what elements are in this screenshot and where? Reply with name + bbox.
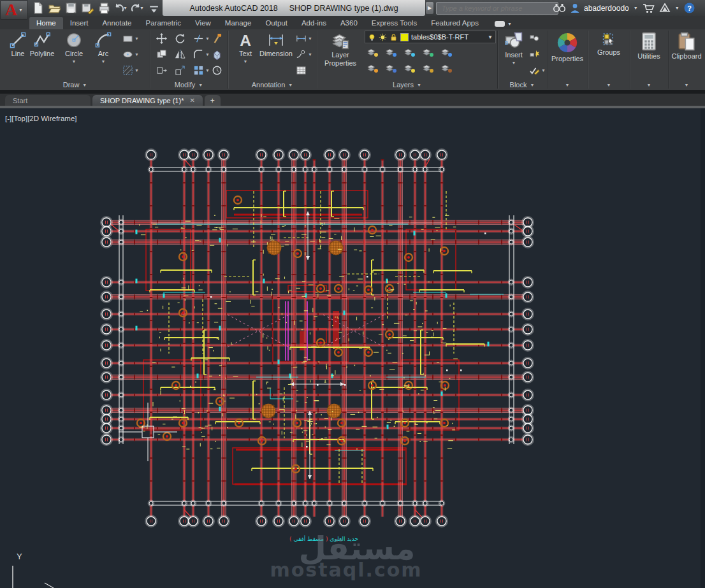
tab-express-tools[interactable]: Express Tools xyxy=(365,17,424,29)
extrude-button[interactable] xyxy=(212,49,222,60)
viewport-controls[interactable]: [-][Top][2D Wireframe] xyxy=(5,115,76,122)
file-tab-start[interactable]: Start xyxy=(5,95,91,106)
app-store-cart-icon[interactable] xyxy=(643,3,655,13)
tab-manage[interactable]: Manage xyxy=(218,17,259,29)
tab-annotate[interactable]: Annotate xyxy=(95,17,138,29)
search-input[interactable] xyxy=(440,4,554,13)
panel-block-label[interactable]: Block▼ xyxy=(497,80,547,90)
rectangle-button[interactable]: ▼ xyxy=(122,33,139,44)
layer-unlock-button[interactable] xyxy=(423,63,433,73)
array-button[interactable]: ▼ xyxy=(193,65,210,76)
signed-in-username[interactable]: abaderdoodo xyxy=(584,4,629,13)
tab-add-ins[interactable]: Add-ins xyxy=(294,17,333,29)
layer-off-button[interactable] xyxy=(367,47,378,57)
help-icon[interactable]: ? xyxy=(684,3,695,13)
plot-button[interactable] xyxy=(97,2,111,15)
tab-a360[interactable]: A360 xyxy=(333,17,365,29)
panel-properties-expander[interactable]: ▼ xyxy=(547,80,588,90)
ribbon-display-toggle[interactable]: ▼ xyxy=(495,21,512,29)
a360-chevron-icon[interactable]: ▼ xyxy=(675,6,680,10)
chevron-down-icon[interactable]: ▼ xyxy=(101,59,106,64)
user-menu-chevron-icon[interactable]: ▼ xyxy=(634,6,638,10)
table-button[interactable] xyxy=(296,65,307,76)
draw-circle-button[interactable]: Circle▼ xyxy=(61,32,87,64)
chevron-down-icon[interactable]: ▼ xyxy=(308,52,312,57)
redo-button[interactable]: ▼ xyxy=(130,2,144,15)
panel-utilities-expander[interactable]: ▼ xyxy=(630,80,668,90)
new-file-button[interactable] xyxy=(31,2,45,15)
utilities-panel-button[interactable]: Utilities xyxy=(632,32,665,61)
rotate-button[interactable] xyxy=(175,33,185,44)
layer-properties-button[interactable]: LayerProperties xyxy=(320,32,361,67)
draw-line-button[interactable]: Line xyxy=(5,32,31,58)
layer-match-button[interactable] xyxy=(441,47,452,57)
matchprops-button[interactable] xyxy=(212,33,222,44)
panel-annotation-label[interactable]: Annotation▼ xyxy=(228,80,317,90)
chevron-down-icon[interactable]: ▼ xyxy=(123,6,127,10)
chevron-down-icon[interactable]: ▼ xyxy=(205,36,210,41)
block-edit-button[interactable] xyxy=(529,33,540,44)
chevron-down-icon[interactable]: ▼ xyxy=(308,36,312,41)
user-icon[interactable] xyxy=(571,3,579,13)
overkill-button[interactable] xyxy=(212,65,222,76)
dim-linear-button[interactable]: ▼ xyxy=(296,33,312,44)
chevron-down-icon[interactable]: ▼ xyxy=(134,36,139,41)
close-tab-icon[interactable]: ✕ xyxy=(189,97,194,104)
insert-block-button[interactable]: Insert▼ xyxy=(501,32,527,65)
mirror-button[interactable] xyxy=(175,49,185,60)
open-file-button[interactable] xyxy=(47,2,61,15)
tab-output[interactable]: Output xyxy=(258,17,294,29)
layer-isolate-button[interactable] xyxy=(386,47,396,57)
attributes-button[interactable]: ▼ xyxy=(529,65,546,76)
title-expand-arrow-icon[interactable]: ▶ xyxy=(426,2,433,14)
search-binoculars-icon[interactable] xyxy=(553,3,566,13)
panel-clipboard-expander[interactable]: ▼ xyxy=(668,80,705,90)
panel-layers-label[interactable]: Layers▼ xyxy=(317,80,497,90)
chevron-down-icon[interactable]: ▼ xyxy=(512,61,516,65)
undo-button[interactable]: ▼ xyxy=(113,2,127,15)
block-create-button[interactable] xyxy=(529,49,540,60)
panel-draw-label[interactable]: Draw▼ xyxy=(0,80,150,90)
layer-lock-button[interactable] xyxy=(423,47,433,57)
application-menu-button[interactable]: A▼ xyxy=(0,0,28,20)
tab-insert[interactable]: Insert xyxy=(63,17,96,29)
text-button[interactable]: AText▼ xyxy=(233,32,258,64)
hatch-button[interactable]: ▼ xyxy=(122,65,139,76)
draw-polyline-button[interactable]: Polyline xyxy=(29,32,55,58)
chevron-down-icon[interactable]: ▼ xyxy=(134,52,139,57)
chevron-down-icon[interactable]: ▼ xyxy=(134,68,139,73)
file-tab-active-drawing[interactable]: SHOP DRAWING type (1)* ✕ xyxy=(92,95,203,106)
tab-home[interactable]: Home xyxy=(29,17,63,29)
chevron-down-icon[interactable]: ▼ xyxy=(72,59,76,64)
stretch-button[interactable] xyxy=(156,65,167,76)
ellipse-button[interactable]: ▼ xyxy=(122,49,139,60)
new-drawing-tab-button[interactable]: + xyxy=(205,95,221,106)
draw-arc-button[interactable]: Arc▼ xyxy=(91,32,116,64)
leader-button[interactable]: ▼ xyxy=(296,49,312,60)
clipboard-panel-button[interactable]: Clipboard xyxy=(669,32,704,61)
chevron-down-icon[interactable]: ▼ xyxy=(243,59,248,64)
layer-prev-button[interactable] xyxy=(367,63,378,73)
copy-button[interactable] xyxy=(156,49,167,60)
a360-icon[interactable] xyxy=(659,3,671,13)
chevron-down-icon[interactable]: ▼ xyxy=(140,6,144,10)
layer-delete-button[interactable] xyxy=(441,63,452,73)
tab-parametric[interactable]: Parametric xyxy=(139,17,189,29)
infocenter-search[interactable] xyxy=(436,2,558,15)
panel-groups-expander[interactable]: ▼ xyxy=(588,80,630,90)
layer-freeze-button[interactable] xyxy=(404,47,415,57)
fillet-button[interactable]: ▼ xyxy=(193,49,210,60)
chevron-down-icon[interactable]: ▼ xyxy=(205,52,210,57)
save-as-button[interactable] xyxy=(80,2,94,15)
layer-thaw-button[interactable] xyxy=(404,63,415,73)
scale-button[interactable] xyxy=(175,65,185,76)
chevron-down-icon[interactable]: ▼ xyxy=(541,68,546,73)
panel-modify-label[interactable]: Modify▼ xyxy=(150,80,228,90)
tab-view[interactable]: View xyxy=(188,17,218,29)
trim-button[interactable]: ▼ xyxy=(193,33,210,44)
tab-featured-apps[interactable]: Featured Apps xyxy=(424,17,486,29)
layer-walk-button[interactable] xyxy=(386,63,396,73)
groups-panel-button[interactable]: Groups xyxy=(592,33,626,57)
layer-dropdown[interactable]: tables$0$B-T-RFT▼ xyxy=(365,31,496,43)
chevron-down-icon[interactable]: ▼ xyxy=(488,34,493,40)
